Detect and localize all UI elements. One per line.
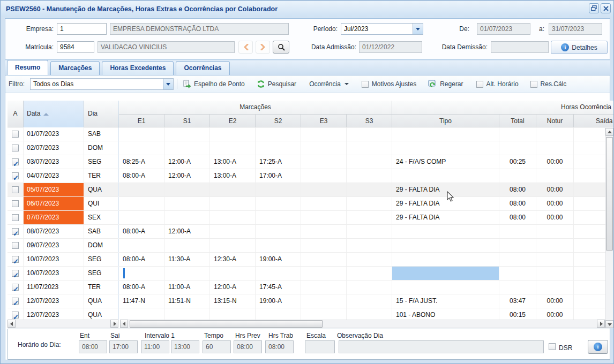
cell-s3[interactable] [347,197,392,211]
tab-ocorrencias[interactable]: Ocorrências [176,61,229,75]
cell-data[interactable]: 09/07/2023 [24,239,84,253]
dsr-checkbox[interactable] [549,343,556,350]
cell-saida[interactable] [574,253,605,267]
cell-tipo[interactable]: 29 - FALTA DIA [392,211,499,225]
row-checkbox[interactable] [12,214,19,221]
cell-s3[interactable] [347,239,392,253]
cell-s1[interactable] [164,239,210,253]
cell-select[interactable] [8,127,24,141]
cell-e2[interactable] [210,211,256,225]
table-row[interactable]: 02/07/2023DOM [8,141,605,155]
cell-select[interactable] [8,197,24,211]
cell-e1[interactable]: 08:00-A [119,253,164,267]
cell-s3[interactable] [347,280,392,294]
cell-notur[interactable] [536,280,574,294]
cell-s2[interactable]: 19:00-A [256,253,301,267]
cell-e2[interactable] [210,141,256,155]
cell-total[interactable] [499,239,536,253]
table-row[interactable]: 05/07/2023QUA29 - FALTA DIA08:0000:00 [8,183,605,197]
cell-s1[interactable] [164,141,210,155]
cell-e2[interactable] [210,225,256,239]
cell-e1[interactable]: 08:00-A [119,225,164,239]
cell-notur[interactable] [536,239,574,253]
row-checkbox[interactable] [12,256,19,263]
close-window-button[interactable] [601,3,611,13]
filtro-combo[interactable]: Todos os Dias [30,78,174,90]
cell-s1[interactable]: 11:51-N [164,294,210,308]
cell-tipo[interactable] [392,225,499,239]
espelho-de-ponto-button[interactable]: Espelho de Ponto [181,80,247,88]
column-header-e3[interactable]: E3 [301,114,347,127]
cell-e2[interactable]: 13:00-A [210,169,256,183]
cell-s2[interactable] [256,183,301,197]
cell-data[interactable]: 03/07/2023 [24,155,84,169]
cell-saida[interactable] [574,197,605,211]
cell-s2[interactable] [256,239,301,253]
table-row[interactable]: 01/07/2023SAB [8,127,605,141]
cell-tipo[interactable] [392,267,499,280]
cell-total[interactable] [499,141,536,155]
cell-e3[interactable] [301,197,347,211]
cell-s2[interactable] [256,211,301,225]
cell-select[interactable] [8,155,24,169]
scroll-right-icon[interactable] [110,320,118,328]
cell-e1[interactable]: 08:00-A [119,280,164,294]
cell-e3[interactable] [301,127,347,141]
cell-s2[interactable] [256,267,301,280]
cell-s3[interactable] [347,211,392,225]
scroll-left-icon[interactable] [120,320,128,328]
cell-s2[interactable] [256,127,301,141]
cell-dia[interactable]: QUA [84,308,118,320]
detalhes-button[interactable]: i Detalhes [551,41,608,54]
cell-s3[interactable] [347,169,392,183]
filtro-dropdown-icon[interactable] [163,79,173,89]
cell-e2[interactable]: 13:15-N [210,294,256,308]
cell-s1[interactable]: 12:00-A [164,155,210,169]
cell-e3[interactable] [301,211,347,225]
cell-e2[interactable] [210,239,256,253]
table-row[interactable]: 10/07/2023SEG08:00-A11:30-A12:30-A19:00-… [8,253,605,267]
vertical-scroll-thumb[interactable] [606,137,613,251]
cell-notur[interactable]: 00:00 [536,211,574,225]
main-horizontal-scrollbar[interactable] [120,320,605,328]
cell-s3[interactable] [347,308,392,320]
cell-s3[interactable] [347,294,392,308]
cell-e1[interactable] [119,127,164,141]
restore-window-button[interactable] [589,3,599,13]
cell-s1[interactable] [164,127,210,141]
cell-e2[interactable] [210,267,256,280]
table-row[interactable]: 06/07/2023QUI29 - FALTA DIA08:0000:00 [8,197,605,211]
cell-saida[interactable] [574,280,605,294]
cell-total[interactable]: 00:15 [499,308,536,320]
cell-select[interactable] [8,267,24,280]
cell-select[interactable] [8,308,24,320]
cell-data[interactable]: 04/07/2023 [24,169,84,183]
table-row[interactable]: 10/07/2023SEG [8,267,605,280]
cell-saida[interactable] [574,239,605,253]
cell-e1[interactable] [119,239,164,253]
cell-dia[interactable]: TER [84,280,118,294]
cell-select[interactable] [8,239,24,253]
cell-select[interactable] [8,141,24,155]
cell-e1[interactable]: 11:47-N [119,294,164,308]
scroll-up-icon[interactable] [605,128,613,136]
cell-s1[interactable]: 12:00-A [164,225,210,239]
cell-s1[interactable] [164,267,210,280]
cell-select[interactable] [8,183,24,197]
cell-tipo[interactable] [392,141,499,155]
periodo-combo[interactable]: Jul/2023 [341,23,423,35]
cell-e2[interactable]: 12:00-A [210,280,256,294]
ocorrencia-menu-button[interactable]: Ocorrência [307,80,351,88]
row-checkbox[interactable] [12,312,19,318]
cell-total[interactable]: 08:00 [499,211,536,225]
row-checkbox[interactable] [12,284,19,291]
column-header-data[interactable]: Data [24,101,84,127]
search-employee-button[interactable] [273,41,289,54]
scroll-left-icon[interactable] [8,320,16,328]
cell-total[interactable] [499,267,536,280]
cell-e2[interactable] [210,127,256,141]
cell-notur[interactable] [536,141,574,155]
cell-dia[interactable]: QUI [84,197,118,211]
cell-e3[interactable] [301,183,347,197]
day-info-button[interactable]: i [588,340,608,354]
